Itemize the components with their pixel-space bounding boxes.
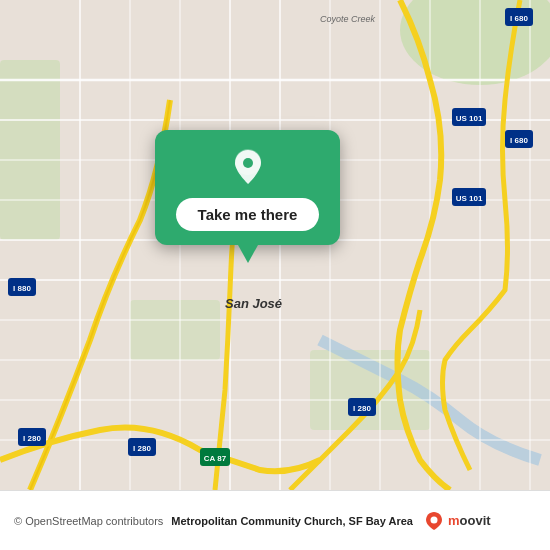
location-pin-icon — [227, 146, 269, 188]
svg-text:I 680: I 680 — [510, 14, 528, 23]
svg-text:I 280: I 280 — [133, 444, 151, 453]
svg-rect-3 — [130, 300, 220, 360]
svg-point-47 — [430, 516, 437, 523]
copyright-text: © OpenStreetMap contributors — [14, 515, 163, 527]
svg-rect-2 — [0, 60, 60, 240]
take-me-there-button[interactable]: Take me there — [176, 198, 320, 231]
svg-text:I 880: I 880 — [13, 284, 31, 293]
moovit-logo: moovit — [423, 510, 491, 532]
moovit-logo-icon — [423, 510, 445, 532]
moovit-text-label: moovit — [448, 513, 491, 528]
svg-point-46 — [243, 158, 253, 168]
map-svg: Coyote Creek I 680 I 680 US 101 US 101 I… — [0, 0, 550, 490]
svg-text:I 680: I 680 — [510, 136, 528, 145]
place-info: © OpenStreetMap contributors — [14, 515, 163, 527]
svg-text:CA 87: CA 87 — [204, 454, 227, 463]
popup-tail — [238, 245, 258, 263]
svg-text:Coyote Creek: Coyote Creek — [320, 14, 376, 24]
popup-card: Take me there — [155, 130, 340, 245]
map-container: Coyote Creek I 680 I 680 US 101 US 101 I… — [0, 0, 550, 490]
svg-text:San José: San José — [225, 296, 282, 311]
place-name: Metropolitan Community Church, SF Bay Ar… — [171, 515, 413, 527]
svg-text:I 280: I 280 — [23, 434, 41, 443]
bottom-bar: © OpenStreetMap contributors Metropolita… — [0, 490, 550, 550]
svg-text:I 280: I 280 — [353, 404, 371, 413]
svg-text:US 101: US 101 — [456, 194, 483, 203]
svg-text:US 101: US 101 — [456, 114, 483, 123]
